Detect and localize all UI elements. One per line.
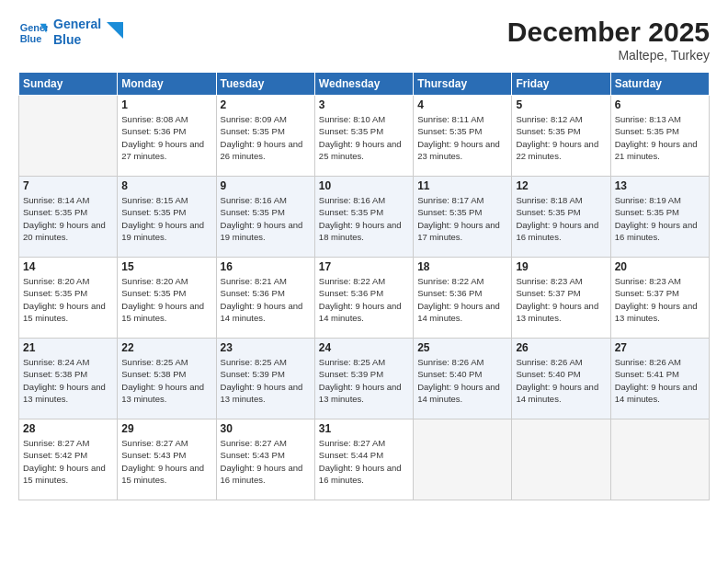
- table-row: 9Sunrise: 8:16 AMSunset: 5:35 PMDaylight…: [216, 177, 314, 258]
- day-number: 29: [121, 422, 211, 435]
- day-number: 11: [417, 179, 507, 192]
- table-row: 3Sunrise: 8:10 AMSunset: 5:35 PMDaylight…: [314, 96, 413, 177]
- logo: General Blue General Blue: [18, 17, 123, 48]
- logo-line2: Blue: [53, 32, 101, 48]
- day-info: Sunrise: 8:27 AMSunset: 5:42 PMDaylight:…: [23, 437, 113, 486]
- day-info: Sunrise: 8:22 AMSunset: 5:36 PMDaylight:…: [417, 275, 507, 324]
- col-monday: Monday: [118, 73, 216, 96]
- day-number: 8: [121, 179, 211, 192]
- table-row: 22Sunrise: 8:25 AMSunset: 5:38 PMDayligh…: [118, 339, 216, 419]
- table-row: 26Sunrise: 8:26 AMSunset: 5:40 PMDayligh…: [512, 339, 610, 419]
- table-row: [19, 96, 118, 177]
- table-row: 28Sunrise: 8:27 AMSunset: 5:42 PMDayligh…: [19, 419, 118, 500]
- svg-text:Blue: Blue: [20, 33, 42, 44]
- table-row: 1Sunrise: 8:08 AMSunset: 5:36 PMDaylight…: [118, 96, 216, 177]
- table-row: 30Sunrise: 8:27 AMSunset: 5:43 PMDayligh…: [216, 419, 314, 500]
- day-info: Sunrise: 8:27 AMSunset: 5:43 PMDaylight:…: [221, 437, 311, 486]
- month-title: December 2025: [507, 17, 710, 48]
- day-number: 25: [417, 341, 507, 354]
- table-row: 27Sunrise: 8:26 AMSunset: 5:41 PMDayligh…: [610, 339, 709, 419]
- calendar-header-row: Sunday Monday Tuesday Wednesday Thursday…: [19, 73, 710, 96]
- svg-marker-3: [107, 22, 123, 39]
- day-info: Sunrise: 8:12 AMSunset: 5:35 PMDaylight:…: [516, 113, 606, 162]
- day-info: Sunrise: 8:22 AMSunset: 5:36 PMDaylight:…: [319, 275, 409, 324]
- table-row: 12Sunrise: 8:18 AMSunset: 5:35 PMDayligh…: [512, 177, 610, 258]
- page: General Blue General Blue December 2025 …: [0, 0, 728, 563]
- location: Maltepe, Turkey: [507, 48, 710, 63]
- day-number: 20: [615, 260, 705, 273]
- header: General Blue General Blue December 2025 …: [18, 17, 710, 63]
- col-friday: Friday: [512, 73, 610, 96]
- day-number: 30: [221, 422, 311, 435]
- day-number: 19: [516, 260, 606, 273]
- day-number: 31: [319, 422, 409, 435]
- table-row: 14Sunrise: 8:20 AMSunset: 5:35 PMDayligh…: [19, 258, 118, 339]
- day-number: 3: [319, 98, 409, 111]
- day-number: 13: [615, 179, 705, 192]
- table-row: 5Sunrise: 8:12 AMSunset: 5:35 PMDaylight…: [512, 96, 610, 177]
- day-info: Sunrise: 8:14 AMSunset: 5:35 PMDaylight:…: [23, 194, 113, 243]
- day-info: Sunrise: 8:23 AMSunset: 5:37 PMDaylight:…: [516, 275, 606, 324]
- day-info: Sunrise: 8:16 AMSunset: 5:35 PMDaylight:…: [221, 194, 311, 243]
- table-row: 23Sunrise: 8:25 AMSunset: 5:39 PMDayligh…: [216, 339, 314, 419]
- table-row: 15Sunrise: 8:20 AMSunset: 5:35 PMDayligh…: [118, 258, 216, 339]
- col-thursday: Thursday: [414, 73, 512, 96]
- day-number: 27: [615, 341, 705, 354]
- day-info: Sunrise: 8:23 AMSunset: 5:37 PMDaylight:…: [615, 275, 705, 324]
- table-row: 25Sunrise: 8:26 AMSunset: 5:40 PMDayligh…: [414, 339, 512, 419]
- day-number: 23: [221, 341, 311, 354]
- day-number: 21: [23, 341, 113, 354]
- col-wednesday: Wednesday: [314, 73, 413, 96]
- logo-icon: General Blue: [18, 17, 48, 47]
- day-info: Sunrise: 8:08 AMSunset: 5:36 PMDaylight:…: [121, 113, 211, 162]
- day-number: 1: [121, 98, 211, 111]
- table-row: 10Sunrise: 8:16 AMSunset: 5:35 PMDayligh…: [314, 177, 413, 258]
- day-number: 12: [516, 179, 606, 192]
- day-info: Sunrise: 8:13 AMSunset: 5:35 PMDaylight:…: [615, 113, 705, 162]
- day-number: 10: [319, 179, 409, 192]
- calendar-week-row: 14Sunrise: 8:20 AMSunset: 5:35 PMDayligh…: [19, 258, 710, 339]
- day-info: Sunrise: 8:26 AMSunset: 5:41 PMDaylight:…: [615, 356, 705, 405]
- day-number: 2: [221, 98, 311, 111]
- table-row: 17Sunrise: 8:22 AMSunset: 5:36 PMDayligh…: [314, 258, 413, 339]
- day-number: 22: [121, 341, 211, 354]
- calendar-week-row: 28Sunrise: 8:27 AMSunset: 5:42 PMDayligh…: [19, 419, 710, 500]
- day-number: 7: [23, 179, 113, 192]
- day-number: 26: [516, 341, 606, 354]
- table-row: 24Sunrise: 8:25 AMSunset: 5:39 PMDayligh…: [314, 339, 413, 419]
- table-row: 4Sunrise: 8:11 AMSunset: 5:35 PMDaylight…: [414, 96, 512, 177]
- table-row: 13Sunrise: 8:19 AMSunset: 5:35 PMDayligh…: [610, 177, 709, 258]
- calendar-week-row: 1Sunrise: 8:08 AMSunset: 5:36 PMDaylight…: [19, 96, 710, 177]
- table-row: [610, 419, 709, 500]
- day-info: Sunrise: 8:18 AMSunset: 5:35 PMDaylight:…: [516, 194, 606, 243]
- table-row: 20Sunrise: 8:23 AMSunset: 5:37 PMDayligh…: [610, 258, 709, 339]
- day-number: 16: [221, 260, 311, 273]
- col-tuesday: Tuesday: [216, 73, 314, 96]
- day-info: Sunrise: 8:24 AMSunset: 5:38 PMDaylight:…: [23, 356, 113, 405]
- table-row: 19Sunrise: 8:23 AMSunset: 5:37 PMDayligh…: [512, 258, 610, 339]
- day-info: Sunrise: 8:10 AMSunset: 5:35 PMDaylight:…: [319, 113, 409, 162]
- table-row: 6Sunrise: 8:13 AMSunset: 5:35 PMDaylight…: [610, 96, 709, 177]
- day-info: Sunrise: 8:26 AMSunset: 5:40 PMDaylight:…: [417, 356, 507, 405]
- table-row: [512, 419, 610, 500]
- day-info: Sunrise: 8:11 AMSunset: 5:35 PMDaylight:…: [417, 113, 507, 162]
- table-row: 16Sunrise: 8:21 AMSunset: 5:36 PMDayligh…: [216, 258, 314, 339]
- day-info: Sunrise: 8:20 AMSunset: 5:35 PMDaylight:…: [23, 275, 113, 324]
- table-row: 11Sunrise: 8:17 AMSunset: 5:35 PMDayligh…: [414, 177, 512, 258]
- logo-triangle-icon: [107, 22, 123, 42]
- day-number: 24: [319, 341, 409, 354]
- calendar-week-row: 21Sunrise: 8:24 AMSunset: 5:38 PMDayligh…: [19, 339, 710, 419]
- calendar-week-row: 7Sunrise: 8:14 AMSunset: 5:35 PMDaylight…: [19, 177, 710, 258]
- col-sunday: Sunday: [19, 73, 118, 96]
- logo-line1: General: [53, 17, 101, 32]
- table-row: 18Sunrise: 8:22 AMSunset: 5:36 PMDayligh…: [414, 258, 512, 339]
- day-number: 4: [417, 98, 507, 111]
- day-info: Sunrise: 8:27 AMSunset: 5:44 PMDaylight:…: [319, 437, 409, 486]
- day-info: Sunrise: 8:19 AMSunset: 5:35 PMDaylight:…: [615, 194, 705, 243]
- day-info: Sunrise: 8:25 AMSunset: 5:38 PMDaylight:…: [121, 356, 211, 405]
- day-number: 28: [23, 422, 113, 435]
- day-info: Sunrise: 8:25 AMSunset: 5:39 PMDaylight:…: [319, 356, 409, 405]
- day-number: 18: [417, 260, 507, 273]
- table-row: 31Sunrise: 8:27 AMSunset: 5:44 PMDayligh…: [314, 419, 413, 500]
- day-number: 9: [221, 179, 311, 192]
